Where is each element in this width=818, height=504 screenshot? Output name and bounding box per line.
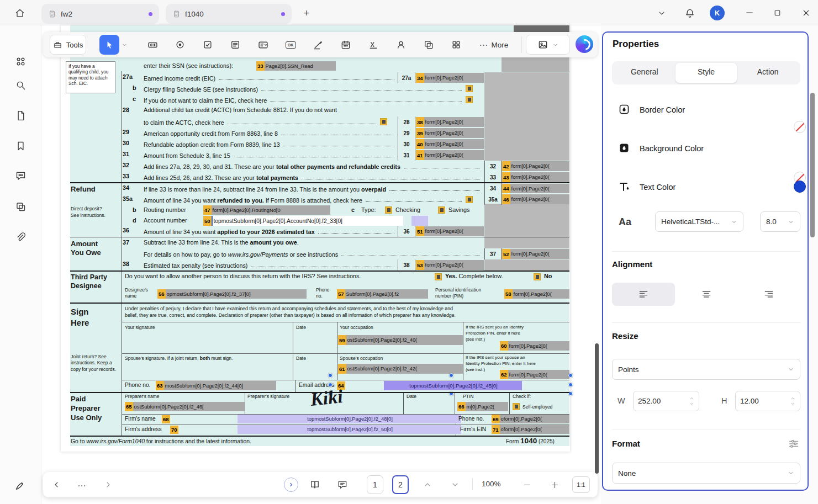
list-box-tool[interactable] <box>225 35 245 55</box>
checkbox-field-badge[interactable] <box>385 206 392 214</box>
stepper-arrows[interactable] <box>790 396 795 406</box>
next-page-button[interactable] <box>447 477 463 492</box>
align-center-button[interactable] <box>675 283 738 306</box>
align-right-button[interactable] <box>737 283 800 306</box>
selection-handle[interactable] <box>568 383 573 387</box>
radio-button-tool[interactable] <box>170 35 190 55</box>
form-field[interactable]: 44form[0].Page2[0( <box>502 184 569 193</box>
reading-mode-button[interactable] <box>307 477 323 492</box>
comments-toggle-button[interactable] <box>335 477 350 492</box>
form-field[interactable]: 61ostSubform[0].Page2[0].f2_42( <box>338 364 463 374</box>
minimize-button[interactable] <box>741 5 758 20</box>
form-field[interactable]: 47form[0].Page2[0].RoutingNo[0 <box>203 205 330 215</box>
image-field-tool[interactable] <box>391 35 411 55</box>
format-settings-icon[interactable] <box>788 438 800 450</box>
form-field-email-selected[interactable]: topmostSubform[0].Page2[0].f2_45[0] <box>384 381 522 390</box>
canvas-scrollbar[interactable] <box>595 343 599 474</box>
duplicate-field-tool[interactable] <box>419 35 439 55</box>
tools-button[interactable]: Tools <box>50 35 86 55</box>
signature-field-tool[interactable] <box>308 35 328 55</box>
sidebar-apps-button[interactable] <box>11 52 30 71</box>
page-2-button[interactable]: 2 <box>392 475 409 494</box>
page-1-button[interactable]: 1 <box>367 475 383 494</box>
checkbox-field-badge[interactable] <box>466 196 473 203</box>
digital-signature-tool[interactable] <box>363 35 383 55</box>
close-button[interactable] <box>798 5 814 20</box>
sidebar-pages-button[interactable] <box>11 106 30 125</box>
checkbox-tool[interactable] <box>198 35 218 55</box>
checkbox-field-badge[interactable] <box>534 273 541 280</box>
tab-fw2[interactable]: fw2 <box>41 4 159 24</box>
form-field[interactable]: 38form[0].Page2[0( <box>416 117 484 127</box>
form-field[interactable]: 41form[0].Page2[0( <box>416 150 484 160</box>
date-field-tool[interactable] <box>336 35 356 55</box>
sidebar-attachments-button[interactable] <box>11 227 30 246</box>
form-field[interactable]: 62form[0].Page2[0( <box>500 370 569 379</box>
form-field[interactable]: 56opmostSubform[0].Page2[0].f2_37[0] <box>157 289 307 299</box>
actual-size-button[interactable]: 1:1 <box>572 476 590 493</box>
home-button[interactable] <box>11 5 29 22</box>
form-field[interactable]: 43form[0].Page2[0( <box>502 172 569 182</box>
checkbox-field-badge[interactable] <box>435 273 442 280</box>
font-family-select[interactable]: HelveticaLTStd-... <box>655 211 743 232</box>
format-select[interactable]: None <box>612 463 800 484</box>
sidebar-thumbnails-button[interactable] <box>11 197 30 216</box>
resize-unit-select[interactable]: Points <box>612 359 800 380</box>
more-button[interactable]: ⋯ More <box>471 35 517 55</box>
maximize-button[interactable] <box>769 5 785 20</box>
sidebar-pen-button[interactable] <box>11 476 30 495</box>
user-avatar[interactable]: K <box>710 6 725 20</box>
arrange-fields-tool[interactable] <box>446 35 466 55</box>
selection-handle[interactable] <box>568 373 573 378</box>
form-field[interactable]: 52form[0].Page2[0( <box>502 249 569 259</box>
form-field[interactable]: 53form[0].Page2[0( <box>416 260 484 270</box>
sidebar-search-button[interactable] <box>11 76 30 94</box>
form-field[interactable]: 57Subform[0].Page2[0].f2 <box>337 289 428 299</box>
tab-general[interactable]: General <box>614 63 675 83</box>
form-field[interactable]: 58form[0].Page2[0( <box>504 289 569 299</box>
expand-panel-button[interactable] <box>284 478 298 492</box>
next-view-button[interactable] <box>101 477 116 492</box>
button-field-tool[interactable]: OK <box>281 35 300 55</box>
sidebar-comments-button[interactable] <box>11 166 30 185</box>
select-tool-button[interactable] <box>99 35 119 55</box>
zoom-in-button[interactable] <box>547 477 562 492</box>
text-color-swatch[interactable] <box>794 181 806 193</box>
checkbox-field-badge[interactable] <box>513 403 520 410</box>
prev-view-button[interactable] <box>49 477 64 492</box>
sidebar-bookmarks-button[interactable] <box>11 136 30 155</box>
new-tab-button[interactable]: + <box>299 6 314 20</box>
width-stepper[interactable]: 252.00 <box>633 391 699 411</box>
tab-f1040[interactable]: f1040 <box>166 4 292 24</box>
text-field-tool[interactable] <box>143 35 162 55</box>
form-field-selected[interactable]: 50 topmostSubform[0].Page2[0].AccountNo[… <box>203 216 403 226</box>
history-menu-button[interactable]: … <box>74 476 89 491</box>
tab-style[interactable]: Style <box>675 63 737 83</box>
form-field[interactable]: 60form[0].Page2[0( <box>500 341 569 351</box>
align-left-button[interactable] <box>612 283 675 306</box>
form-field[interactable]: 40form[0].Page2[0( <box>416 139 484 149</box>
height-stepper[interactable]: 12.00 <box>735 391 800 411</box>
form-field[interactable]: 65ostSubform[0].Page2[0].f2_46[ <box>125 402 245 411</box>
form-field[interactable]: 46form[0].Page2[0( <box>502 194 569 204</box>
form-field-ssn[interactable]: 33 Page2[0].SSN_Read <box>256 61 336 71</box>
prev-page-button[interactable] <box>420 477 435 492</box>
form-field[interactable]: 51form[0].Page2[0( <box>416 226 484 236</box>
checkbox-field-badge[interactable] <box>466 85 473 92</box>
selection-handle[interactable] <box>328 373 333 378</box>
select-tool-dropdown[interactable] <box>120 39 128 50</box>
form-field[interactable]: topmostSubform[0].Page2[0].f2_50[0] <box>238 425 461 434</box>
stepper-arrows[interactable] <box>689 396 694 406</box>
dropdown-field-tool[interactable] <box>253 35 273 55</box>
form-field[interactable]: 42form[0].Page2[0( <box>502 161 569 171</box>
checkbox-field-badge[interactable] <box>466 96 473 103</box>
selection-handle[interactable] <box>449 373 453 378</box>
form-field[interactable]: 66m[0].Page2( <box>457 402 508 411</box>
checkbox-field-badge[interactable] <box>438 206 445 214</box>
form-field[interactable]: 59ostSubform[0].Page2[0].f2_40( <box>338 335 463 345</box>
tab-action[interactable]: Action <box>737 63 799 83</box>
form-field[interactable]: topmostSubform[0].Page2[0].f2_48[0] <box>238 415 461 423</box>
form-field-stub[interactable] <box>411 216 428 226</box>
tab-list-button[interactable] <box>654 6 669 20</box>
checkbox-field-badge[interactable] <box>380 118 387 125</box>
